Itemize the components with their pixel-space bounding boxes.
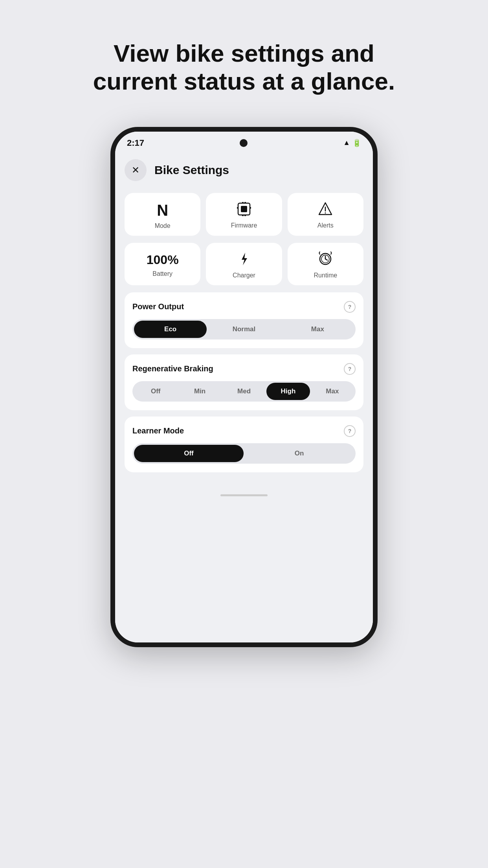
- phone-screen: 2:17 ▲ 🔋 ✕ Bike Settings: [115, 132, 373, 642]
- card-alerts[interactable]: Alerts: [288, 193, 363, 236]
- page-wrapper: View bike settings and current status at…: [0, 16, 488, 647]
- svg-rect-7: [244, 215, 246, 216]
- learner-mode-help[interactable]: ?: [344, 425, 356, 437]
- battery-label: Battery: [152, 270, 172, 277]
- screen-title: Bike Settings: [154, 163, 229, 177]
- card-battery[interactable]: 100% Battery: [125, 243, 200, 285]
- close-icon: ✕: [132, 165, 139, 175]
- mode-label: Mode: [155, 222, 171, 229]
- mode-icon: N: [157, 202, 168, 219]
- runtime-label: Runtime: [314, 272, 338, 279]
- firmware-icon: [237, 202, 251, 219]
- regen-max-btn[interactable]: Max: [311, 383, 354, 400]
- learner-off-btn[interactable]: Off: [134, 445, 244, 462]
- status-bar: 2:17 ▲ 🔋: [115, 132, 373, 151]
- regen-med-btn[interactable]: Med: [222, 383, 266, 400]
- status-icons: ▲ 🔋: [343, 139, 361, 147]
- screen-content: ✕ Bike Settings N Mode: [115, 151, 373, 494]
- learner-mode-title: Learner Mode: [132, 426, 184, 435]
- power-normal-btn[interactable]: Normal: [207, 321, 280, 338]
- card-charger[interactable]: Charger: [206, 243, 282, 285]
- power-output-toggle: Eco Normal Max: [132, 319, 356, 339]
- camera-notch: [240, 139, 248, 147]
- svg-rect-2: [237, 207, 238, 209]
- alerts-label: Alerts: [317, 222, 334, 229]
- card-firmware[interactable]: Firmware: [206, 193, 282, 236]
- learner-mode-toggle: Off On: [132, 443, 356, 464]
- screen-header: ✕ Bike Settings: [125, 159, 363, 181]
- home-indicator: [220, 494, 268, 496]
- learner-on-btn[interactable]: On: [244, 445, 354, 462]
- card-mode[interactable]: N Mode: [125, 193, 200, 236]
- firmware-label: Firmware: [231, 222, 257, 229]
- cards-grid-row1: N Mode: [125, 193, 363, 236]
- regen-braking-help[interactable]: ?: [344, 363, 356, 375]
- svg-line-13: [325, 259, 327, 260]
- power-output-panel: Power Output ? Eco Normal Max: [125, 292, 363, 348]
- power-max-btn[interactable]: Max: [281, 321, 354, 338]
- regen-braking-header: Regenerative Braking ?: [132, 363, 356, 375]
- learner-mode-panel: Learner Mode ? Off On: [125, 417, 363, 472]
- regen-braking-title: Regenerative Braking: [132, 364, 213, 373]
- battery-icon: 🔋: [352, 139, 361, 147]
- phone-shell: 2:17 ▲ 🔋 ✕ Bike Settings: [110, 127, 378, 647]
- runtime-icon: [318, 251, 333, 269]
- regen-braking-toggle: Off Min Med High Max: [132, 381, 356, 402]
- svg-rect-6: [242, 215, 244, 216]
- wifi-icon: ▲: [343, 139, 350, 147]
- power-output-title: Power Output: [132, 302, 184, 311]
- regen-high-btn[interactable]: High: [266, 383, 310, 400]
- regen-min-btn[interactable]: Min: [178, 383, 221, 400]
- charger-label: Charger: [233, 272, 255, 279]
- regen-off-btn[interactable]: Off: [134, 383, 177, 400]
- close-button[interactable]: ✕: [125, 159, 147, 181]
- charger-icon: [237, 251, 251, 269]
- page-headline: View bike settings and current status at…: [87, 39, 401, 95]
- power-output-header: Power Output ?: [132, 301, 356, 313]
- learner-mode-header: Learner Mode ?: [132, 425, 356, 437]
- svg-rect-5: [244, 202, 246, 204]
- cards-grid-row2: 100% Battery Charger: [125, 243, 363, 285]
- power-output-help[interactable]: ?: [344, 301, 356, 313]
- power-eco-btn[interactable]: Eco: [134, 321, 207, 338]
- status-time: 2:17: [127, 138, 144, 148]
- regen-braking-panel: Regenerative Braking ? Off Min Med High …: [125, 354, 363, 410]
- alerts-icon: [318, 202, 333, 219]
- svg-rect-4: [242, 202, 244, 204]
- battery-pct-icon: 100%: [147, 253, 179, 267]
- card-runtime[interactable]: Runtime: [288, 243, 363, 285]
- svg-rect-1: [241, 206, 247, 212]
- svg-rect-3: [250, 207, 251, 209]
- svg-point-9: [325, 213, 326, 214]
